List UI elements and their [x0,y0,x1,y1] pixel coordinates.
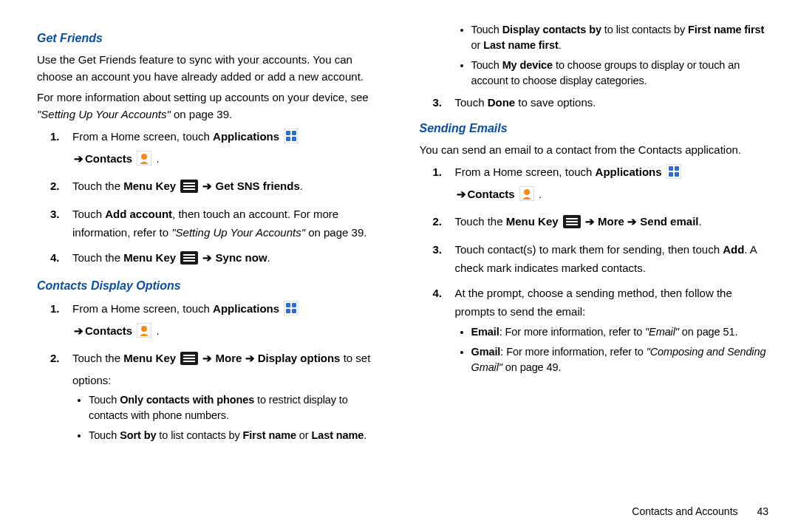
bullet-item: Touch Sort by to list contacts by First … [89,428,390,443]
arrow-icon: ➔ [74,321,83,341]
text: Touch the [455,215,506,228]
text: on page 49. [505,361,562,373]
text: Touch contact(s) to mark them for sendin… [455,243,723,256]
text: . [300,180,303,192]
menu-key-icon [180,352,198,371]
label-applications: Applications [213,302,279,315]
steps-list: From a Home screen, touch Applications ➔… [37,127,390,270]
right-column: Touch Display contacts by to list contac… [405,22,773,517]
label-done: Done [488,96,516,109]
label-add: Add [723,243,744,256]
label-contacts: Contacts [85,324,132,337]
text: Touch [471,59,502,71]
bullet-item: Touch Only contacts with phones to restr… [89,392,390,423]
text: . [698,215,701,228]
applications-icon [666,164,681,185]
contacts-icon [137,323,151,344]
label-send-email: Send email [640,215,698,228]
step: From a Home screen, touch Applications ➔… [72,299,390,343]
menu-key-icon [563,215,581,234]
page-number: 43 [757,505,768,517]
arrow-icon: ➔ [582,215,598,228]
text: From a Home screen, touch [72,302,213,315]
bullet-item: Touch Display contacts by to list contac… [471,22,773,53]
contacts-icon [519,186,534,207]
label-display-options: Display options [258,352,341,364]
label: First name first [688,24,764,35]
heading-get-friends: Get Friends [37,30,390,47]
label-contacts: Contacts [468,188,515,200]
text: : For more information, refer to [500,346,646,358]
paragraph: Use the Get Friends feature to sync with… [37,52,390,85]
paragraph: For more information about setting up ac… [37,89,390,123]
arrow-icon: ➔ [200,251,215,264]
text: From a Home screen, touch [455,166,596,178]
step: From a Home screen, touch Applications ➔… [72,127,390,171]
text: to list contacts by [156,429,242,441]
text: . [153,324,159,337]
label-applications: Applications [213,130,279,143]
text: or [296,429,312,441]
label: My device [502,59,553,71]
label-sync-now: Sync now [216,251,267,264]
step: Touch contact(s) to mark them for sendin… [455,240,773,278]
arrow-icon: ➔ [242,352,257,364]
steps-list: From a Home screen, touch Applications ➔… [37,299,390,443]
menu-key-icon [180,251,198,270]
bullets-list: Email: For more information, refer to "E… [455,324,773,375]
label-add-account: Add account [105,208,172,220]
text: From a Home screen, touch [72,130,213,143]
arrow-icon: ➔ [200,180,215,192]
step: Touch Add account, then touch an account… [72,205,390,242]
label-menu-key: Menu Key [123,352,176,364]
step: Touch the Menu Key ➔ Sync now. [72,248,390,270]
heading-contacts-display: Contacts Display Options [37,277,390,295]
label: First name [243,429,296,441]
bullet-item: Email: For more information, refer to "E… [471,324,773,340]
arrow-icon: ➔ [624,215,640,228]
label: Only contacts with phones [120,394,254,406]
label-menu-key: Menu Key [506,215,559,228]
label: Last name [311,429,364,441]
text: For more information about setting up ac… [37,91,369,103]
applications-icon [284,129,299,149]
text: . [267,251,270,264]
left-column: Get Friends Use the Get Friends feature … [37,22,405,517]
bullets-list: Touch Only contacts with phones to restr… [72,392,390,443]
step: Touch Done to save options. [455,93,773,112]
text: on page 39. [308,226,366,239]
reference: "Email" [645,326,682,338]
steps-list: Touch Done to save options. [420,93,773,112]
text: Touch the [72,352,123,364]
bullet-item: Gmail: For more information, refer to "C… [471,344,773,375]
arrow-icon: ➔ [74,149,83,168]
text: Touch the [72,251,123,264]
label-email: Email [471,326,499,338]
label: Last name first [483,39,559,51]
arrow-icon: ➔ [200,352,215,364]
text: Touch [455,96,488,109]
text: Touch [89,429,120,441]
label: Display contacts by [502,24,601,35]
steps-list: From a Home screen, touch Applications ➔… [420,163,773,375]
page-footer: Contacts and Accounts 43 [632,505,768,517]
label-get-sns: Get SNS friends [216,180,300,192]
text: to save options. [515,96,596,109]
label-more: More [598,215,624,228]
text: . [536,188,542,200]
menu-key-icon [180,180,198,199]
heading-sending-emails: Sending Emails [420,120,773,137]
label: Sort by [120,429,156,441]
label-gmail: Gmail [471,346,501,358]
text: on page 39. [171,108,232,120]
text: Touch the [72,180,123,192]
text: to list contacts by [601,24,688,35]
text: . [559,39,562,51]
label-more: More [216,352,242,364]
manual-page: Get Friends Use the Get Friends feature … [0,0,798,532]
text: or [471,39,484,51]
text: . [364,429,366,441]
reference: "Setting Up Your Accounts" [37,108,171,120]
applications-icon [284,301,299,321]
text: : For more information, refer to [499,326,645,338]
